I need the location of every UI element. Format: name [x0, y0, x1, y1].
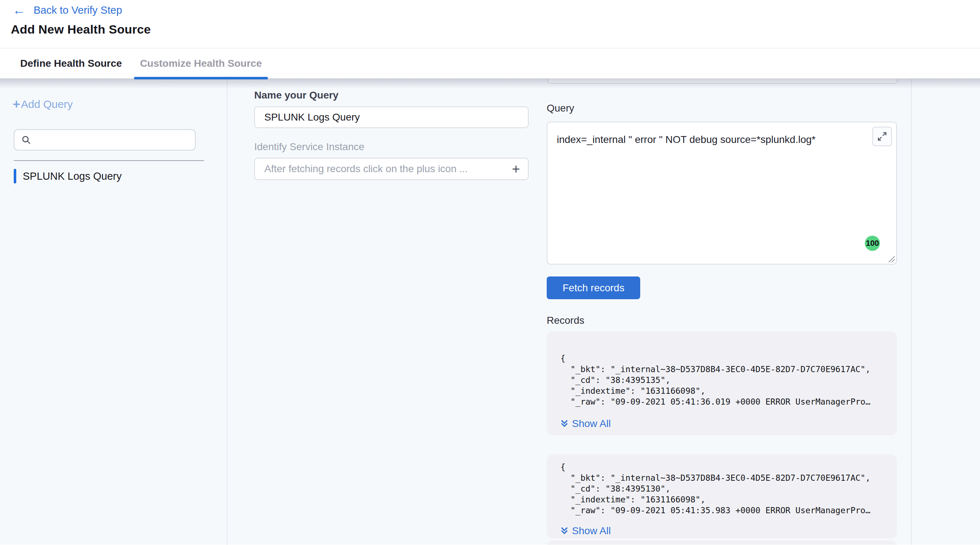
add-health-source-page: ← Back to Verify Step Add New Health Sou… — [0, 0, 980, 545]
record-json-line: { — [560, 353, 883, 364]
show-all-label: Show All — [572, 525, 611, 537]
tab-bar: Define Health Source Customize Health So… — [0, 48, 980, 79]
plus-icon: + — [13, 99, 20, 110]
add-query-label: Add Query — [21, 98, 73, 110]
show-all-link[interactable]: Show All — [560, 418, 611, 429]
page-header: ← Back to Verify Step Add New Health Sou… — [0, 0, 980, 48]
right-spacer — [912, 79, 980, 545]
resize-handle[interactable] — [887, 255, 895, 263]
tab-define-health-source[interactable]: Define Health Source — [14, 48, 128, 78]
service-instance-label: Identify Service Instance — [254, 141, 547, 153]
record-json-line: "_raw": "09-09-2021 05:41:35.983 +0000 E… — [560, 505, 883, 516]
record-card-partial — [547, 540, 897, 545]
tab-define-label: Define Health Source — [20, 58, 122, 69]
record-json-line: "_indextime": "1631166098", — [560, 494, 883, 505]
back-arrow-icon[interactable]: ← — [13, 3, 25, 17]
record-json-line: "_cd": "38:4395135", — [560, 375, 883, 386]
query-textarea[interactable]: index=_internal " error " NOT debug sour… — [547, 122, 897, 265]
name-query-input[interactable] — [254, 106, 529, 128]
scrolled-input-partial[interactable] — [547, 79, 898, 84]
query-text: index=_internal " error " NOT debug sour… — [557, 133, 867, 146]
add-service-instance-icon[interactable]: + — [512, 162, 520, 176]
record-json-line: "_indextime": "1631166098", — [560, 386, 883, 396]
back-link[interactable]: ← Back to Verify Step — [0, 0, 980, 17]
record-json-line: "_bkt": "_internal~38~D537D8B4-3EC0-4D5E… — [560, 472, 883, 483]
query-editor-column: Query index=_internal " error " NOT debu… — [547, 79, 912, 545]
query-list-item[interactable]: SPLUNK Logs Query — [14, 169, 227, 183]
show-all-label: Show All — [572, 418, 611, 429]
record-json-line: { — [560, 462, 883, 472]
fetch-records-button[interactable]: Fetch records — [547, 276, 640, 299]
record-card: { "_bkt": "_internal~38~D537D8B4-3EC0-4D… — [547, 331, 897, 435]
expand-icon — [877, 131, 887, 141]
query-sidebar: + Add Query SPLUNK Logs Query — [0, 79, 228, 545]
search-icon — [21, 135, 32, 145]
double-chevron-down-icon — [560, 419, 568, 428]
record-json-line: "_raw": "09-09-2021 05:41:36.019 +0000 E… — [560, 396, 883, 407]
name-query-label: Name your Query — [254, 89, 547, 101]
content-area: + Add Query SPLUNK Logs Query Name y — [0, 79, 980, 545]
selected-indicator — [14, 169, 16, 183]
sidebar-divider — [14, 160, 204, 161]
add-query-button[interactable]: + Add Query — [13, 98, 227, 110]
service-instance-input[interactable] — [264, 163, 512, 175]
records-count-badge: 100 — [865, 236, 880, 251]
query-search-box[interactable] — [14, 129, 196, 151]
active-tab-underline — [134, 77, 268, 79]
expand-query-button[interactable] — [872, 127, 892, 146]
double-chevron-down-icon — [560, 526, 568, 535]
search-input[interactable] — [36, 134, 188, 145]
record-card: { "_bkt": "_internal~38~D537D8B4-3EC0-4D… — [547, 454, 897, 539]
back-link-label[interactable]: Back to Verify Step — [33, 4, 122, 16]
tab-customize-health-source[interactable]: Customize Health Source — [134, 48, 268, 78]
query-item-label: SPLUNK Logs Query — [23, 170, 122, 182]
query-form-column: Name your Query Identify Service Instanc… — [228, 79, 547, 545]
query-label: Query — [547, 103, 911, 114]
records-label: Records — [547, 315, 911, 326]
show-all-link[interactable]: Show All — [560, 525, 611, 537]
record-json-line: "_cd": "38:4395130", — [560, 483, 883, 494]
tab-customize-label: Customize Health Source — [140, 58, 262, 69]
record-json-line: "_bkt": "_internal~38~D537D8B4-3EC0-4D5E… — [560, 364, 883, 375]
service-instance-field: + — [254, 158, 529, 180]
page-title: Add New Health Source — [11, 22, 980, 37]
